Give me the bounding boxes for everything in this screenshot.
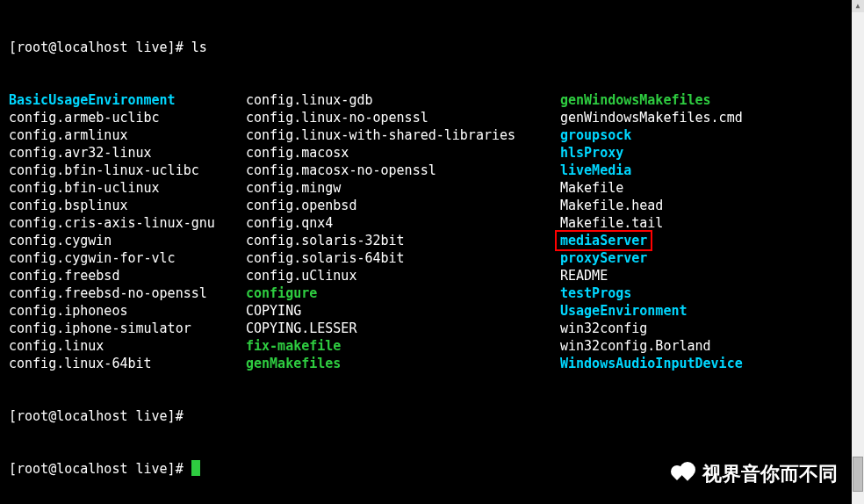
ls-entry: UsageEnvironment xyxy=(560,302,743,320)
ls-entry: config.iphone-simulator xyxy=(9,320,246,337)
ls-column-2: config.linux-gdbconfig.linux-no-opensslc… xyxy=(246,91,560,372)
ls-entry: COPYING.LESSER xyxy=(246,320,560,337)
wechat-icon xyxy=(671,462,695,486)
ls-entry: genMakefiles xyxy=(246,355,560,372)
ls-entry: liveMedia xyxy=(560,162,743,179)
ls-entry: Makefile.head xyxy=(560,197,743,214)
ls-entry: config.linux-gdb xyxy=(246,91,560,109)
ls-entry: config.qnx4 xyxy=(246,214,560,232)
prompt-text: [root@localhost live]# xyxy=(9,460,191,478)
terminal-output[interactable]: [root@localhost live]# ls BasicUsageEnvi… xyxy=(0,0,864,499)
ls-entry: Makefile xyxy=(560,179,743,197)
ls-entry: config.freebsd xyxy=(9,267,246,284)
ls-column-1: BasicUsageEnvironmentconfig.armeb-uclibc… xyxy=(9,91,246,372)
ls-entry: hlsProxy xyxy=(560,144,743,162)
ls-entry: Makefile.tail xyxy=(560,214,743,232)
ls-output: BasicUsageEnvironmentconfig.armeb-uclibc… xyxy=(9,91,855,372)
ls-entry: fix-makefile xyxy=(246,337,560,355)
ls-entry: testProgs xyxy=(560,284,743,302)
ls-entry: config.macosx-no-openssl xyxy=(246,162,560,179)
ls-entry: README xyxy=(560,267,743,284)
ls-entry: config.bfin-linux-uclibc xyxy=(9,162,246,179)
ls-entry: config.bsplinux xyxy=(9,197,246,214)
ls-entry: config.armeb-uclibc xyxy=(9,109,246,126)
ls-entry: config.linux-with-shared-libraries xyxy=(246,126,560,144)
ls-entry: config.iphoneos xyxy=(9,302,246,320)
highlighted-entry: mediaServer xyxy=(555,230,652,251)
ls-entry: proxyServer xyxy=(560,249,743,267)
ls-entry: config.solaris-64bit xyxy=(246,249,560,267)
ls-entry: mediaServer xyxy=(560,233,647,248)
scroll-up-arrow[interactable]: ▲ xyxy=(852,0,864,12)
ls-entry: config.armlinux xyxy=(9,126,246,144)
ls-entry: win32config.Borland xyxy=(560,337,743,355)
ls-entry: config.solaris-32bit xyxy=(246,232,560,249)
ls-entry: config.avr32-linux xyxy=(9,144,246,162)
ls-entry: BasicUsageEnvironment xyxy=(9,91,246,109)
ls-entry: genWindowsMakefiles.cmd xyxy=(560,109,743,126)
ls-entry: config.macosx xyxy=(246,144,560,162)
ls-entry: configure xyxy=(246,284,560,302)
ls-entry: config.freebsd-no-openssl xyxy=(9,284,246,302)
ls-entry: win32config xyxy=(560,320,743,337)
ls-entry: WindowsAudioInputDevice xyxy=(560,355,743,372)
ls-entry: COPYING xyxy=(246,302,560,320)
ls-entry: config.mingw xyxy=(246,179,560,197)
ls-entry: config.openbsd xyxy=(246,197,560,214)
prompt-empty-line: [root@localhost live]# xyxy=(9,407,855,425)
ls-entry: genWindowsMakefiles xyxy=(560,91,743,109)
ls-entry: config.linux-64bit xyxy=(9,355,246,372)
scrollbar-track[interactable]: ▲ xyxy=(852,0,864,504)
watermark-text: 视界音你而不同 xyxy=(702,465,838,483)
ls-entry: config.bfin-uclinux xyxy=(9,179,246,197)
watermark: 视界音你而不同 xyxy=(671,462,838,486)
ls-entry: config.linux-no-openssl xyxy=(246,109,560,126)
ls-entry: config.cygwin-for-vlc xyxy=(9,249,246,267)
ls-column-3: genWindowsMakefilesgenWindowsMakefiles.c… xyxy=(560,91,743,372)
ls-entry: config.cygwin xyxy=(9,232,246,249)
ls-entry: config.uClinux xyxy=(246,267,560,284)
ls-entry: config.linux xyxy=(9,337,246,355)
ls-entry: config.cris-axis-linux-gnu xyxy=(9,214,246,232)
ls-entry: groupsock xyxy=(560,126,743,144)
prompt-ls-line: [root@localhost live]# ls xyxy=(9,39,855,56)
terminal-cursor xyxy=(191,460,200,476)
scroll-thumb[interactable] xyxy=(853,457,863,492)
